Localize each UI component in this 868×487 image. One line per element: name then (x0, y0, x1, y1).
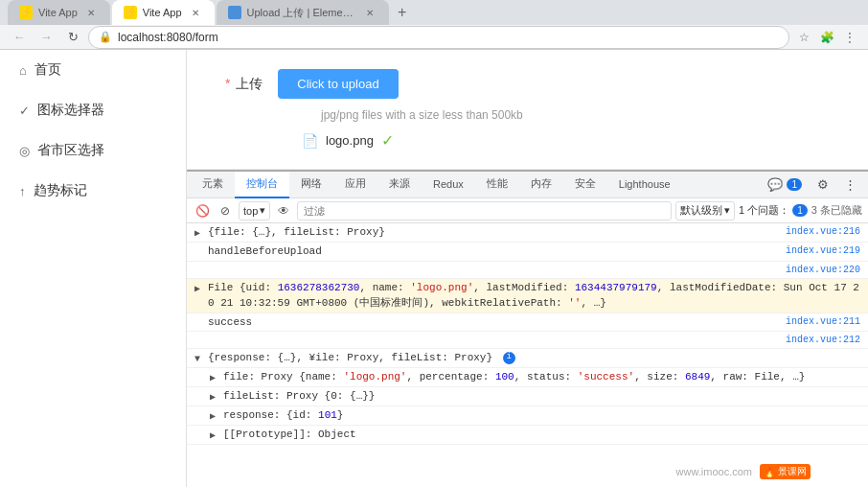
tab-3[interactable]: Upload 上传 | Element Plus ✕ (217, 0, 389, 25)
log-level-selector[interactable]: 默认级别 ▾ (675, 201, 735, 220)
sidebar-item-city-picker[interactable]: ◎ 省市区选择 (0, 130, 186, 171)
expand-arrow (194, 263, 208, 265)
file-icon: 📄 (302, 133, 318, 149)
console-source[interactable]: index.vue:219 (786, 244, 860, 258)
location-icon: ◎ (19, 144, 30, 158)
console-source[interactable]: index.vue:212 (786, 333, 860, 347)
upload-file: 📄 logo.png ✓ (302, 131, 830, 150)
content-panel: * 上传 Click to upload jpg/png files with … (187, 50, 868, 487)
log-level-label: 默认级别 (680, 203, 722, 218)
menu-icon[interactable]: ⋮ (839, 27, 860, 48)
expand-arrow: ▶ (194, 224, 208, 241)
bookmark-icon[interactable]: ☆ (793, 27, 814, 48)
sidebar-item-icon-picker[interactable]: ✓ 图标选择器 (0, 90, 186, 130)
new-tab-button[interactable]: + (391, 1, 414, 24)
console-text: handleBeforeUpload (208, 244, 778, 260)
console-source[interactable]: index.vue:220 (786, 263, 860, 277)
tab-3-close[interactable]: ✕ (362, 5, 377, 20)
tab-sources[interactable]: 来源 (377, 172, 422, 198)
watermark-logo-text: 景课网 (778, 465, 807, 478)
tab-memory[interactable]: 内存 (519, 172, 563, 198)
tab-performance[interactable]: 性能 (475, 172, 519, 198)
eye-icon[interactable]: 👁 (274, 201, 293, 220)
console-line[interactable]: ▶ file: Proxy {name: 'logo.png', percent… (187, 368, 868, 387)
tab-1[interactable]: ⚡ Vite App ✕ (8, 0, 110, 25)
tab-redux[interactable]: Redux (422, 172, 475, 198)
tab-bar: ⚡ Vite App ✕ ⚡ Vite App ✕ Upload 上传 | El… (0, 0, 868, 25)
settings-icon[interactable]: ⚙ (810, 172, 836, 198)
sidebar-item-trend-mark[interactable]: ↑ 趋势标记 (0, 171, 186, 211)
expand-arrow (194, 314, 208, 316)
console-text: [[Prototype]]: Object (223, 427, 860, 443)
console-line[interactable]: ▶ {file: {…}, fileList: Proxy} index.vue… (187, 223, 868, 243)
expand-arrow: ▶ (210, 369, 223, 385)
console-text: File {uid: 1636278362730, name: 'logo.pn… (208, 280, 860, 312)
expand-arrow: ▶ (210, 407, 223, 424)
top-selector[interactable]: top ▾ (239, 201, 270, 220)
upload-hint: jpg/png files with a size less than 500k… (321, 108, 830, 122)
tab-2[interactable]: ⚡ Vite App ✕ (112, 0, 215, 25)
console-text: response: {id: 101} (223, 407, 860, 424)
sidebar-item-city-picker-label: 省市区选择 (37, 142, 104, 159)
chat-badge: 1 (787, 178, 802, 191)
tab-3-title: Upload 上传 | Element Plus (247, 6, 356, 20)
nav-actions: ☆ 🧩 ⋮ (793, 27, 860, 48)
sidebar: ⌂ 首页 ✓ 图标选择器 ◎ 省市区选择 ↑ 趋势标记 (0, 50, 187, 487)
console-line[interactable]: ▶ fileList: Proxy {0: {…}} (187, 387, 868, 406)
back-button[interactable]: ← (8, 26, 31, 49)
upload-button[interactable]: Click to upload (278, 69, 398, 99)
reload-button[interactable]: ↻ (61, 26, 84, 49)
forward-button[interactable]: → (34, 26, 57, 49)
watermark-logo-icon: 🔥 (764, 467, 775, 477)
home-icon: ⌂ (19, 63, 27, 78)
tab-3-favicon (228, 6, 241, 19)
sidebar-item-trend-mark-label: 趋势标记 (34, 182, 87, 199)
console-source[interactable]: index.vue:211 (786, 314, 860, 329)
top-dropdown-icon: ▾ (260, 204, 265, 217)
tab-network[interactable]: 网络 (289, 172, 333, 198)
more-tools-icon[interactable]: ⋮ (836, 172, 864, 198)
devtools: 元素 控制台 网络 应用 来源 Redux 性能 内存 安全 Lighthous… (187, 170, 868, 487)
tab-security[interactable]: 安全 (563, 172, 607, 198)
tab-2-title: Vite App (143, 7, 182, 18)
tab-lighthouse[interactable]: Lighthouse (607, 172, 682, 198)
success-icon: ✓ (381, 131, 394, 150)
filter-input[interactable] (297, 201, 672, 220)
extensions-icon[interactable]: 🧩 (816, 27, 837, 48)
tab-elements[interactable]: 元素 (191, 172, 235, 198)
expand-arrow: ▶ (194, 280, 208, 296)
issues-text: 1 个问题： (739, 203, 789, 218)
main-area: ⌂ 首页 ✓ 图标选择器 ◎ 省市区选择 ↑ 趋势标记 * 上传 Click t… (0, 50, 868, 487)
chat-icon[interactable]: 💬1 (760, 172, 810, 198)
address-bar[interactable]: 🔒 localhost:8080/form (88, 26, 789, 49)
console-line[interactable]: ▶ response: {id: 101} (187, 406, 868, 426)
console-line: index.vue:220 (187, 262, 868, 279)
console-text: success (208, 314, 778, 331)
tab-1-close[interactable]: ✕ (83, 5, 99, 20)
console-output[interactable]: ▶ {file: {…}, fileList: Proxy} index.vue… (187, 223, 868, 487)
clear-console-button[interactable]: 🚫 (193, 201, 212, 220)
console-toolbar: 🚫 ⊘ top ▾ 👁 默认级别 ▾ 1 个问题： 1 3 条已隐藏 (187, 198, 868, 223)
console-line[interactable]: ▼ {response: {…}, ¥ile: Proxy, fileList:… (187, 349, 868, 368)
filter-icon[interactable]: ⊘ (216, 201, 235, 220)
console-text: fileList: Proxy {0: {…}} (223, 388, 860, 405)
browser-chrome: ⚡ Vite App ✕ ⚡ Vite App ✕ Upload 上传 | El… (0, 0, 868, 50)
top-label: top (243, 205, 258, 217)
console-source[interactable]: index.vue:216 (786, 224, 860, 239)
sidebar-item-home[interactable]: ⌂ 首页 (0, 50, 186, 90)
tab-application[interactable]: 应用 (333, 172, 377, 198)
console-line: index.vue:212 (187, 332, 868, 349)
issues-button[interactable]: 1 个问题： 1 (739, 203, 808, 218)
watermark-text: www.imooc.com (676, 466, 752, 477)
tab-console[interactable]: 控制台 (235, 172, 289, 198)
expand-arrow: ▼ (194, 350, 208, 366)
tab-2-close[interactable]: ✕ (188, 5, 203, 20)
console-text: file: Proxy {name: 'logo.png', percentag… (223, 369, 860, 385)
tab-2-favicon: ⚡ (124, 6, 137, 19)
watermark: www.imooc.com 🔥 景课网 (676, 464, 811, 479)
console-line[interactable]: ▶ [[Prototype]]: Object (187, 426, 868, 445)
console-line[interactable]: ▶ File {uid: 1636278362730, name: 'logo.… (187, 279, 868, 313)
hidden-count: 3 条已隐藏 (811, 203, 862, 218)
sidebar-item-home-label: 首页 (34, 61, 61, 79)
console-line: success index.vue:211 (187, 313, 868, 333)
